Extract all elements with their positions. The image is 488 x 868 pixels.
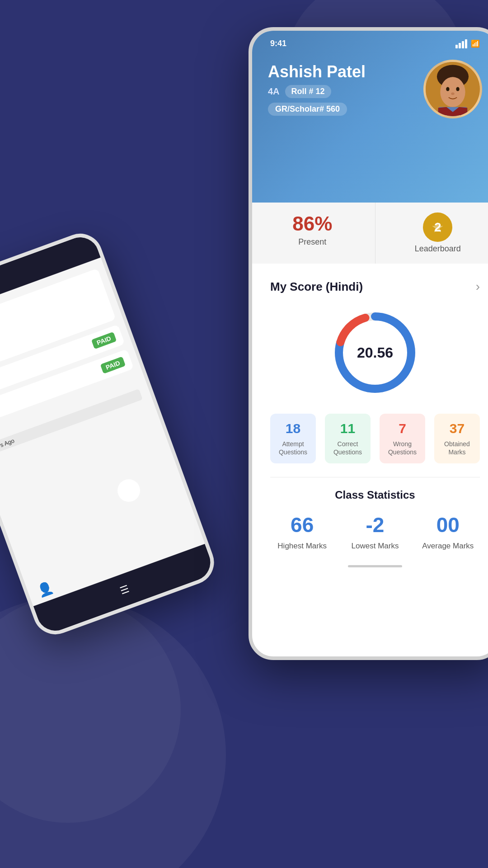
phone-header: 9:41 📶 Ashish Patel 4A Roll # (252, 31, 488, 203)
highest-marks-value: 66 (270, 513, 334, 537)
score-card-header: My Score (Hindi) › (270, 279, 480, 294)
leaderboard-badge: ★ 2 (423, 212, 452, 242)
signal-icon (455, 39, 467, 48)
avatar (423, 60, 482, 118)
donut-center-value: 20.56 (357, 344, 393, 361)
wifi-icon: 📶 (471, 39, 480, 48)
hamburger-icon: ☰ (118, 583, 131, 597)
main-phone: 9:41 📶 Ashish Patel 4A Roll # (249, 27, 488, 660)
present-stat: 86% Present (250, 203, 375, 264)
lowest-marks-value: -2 (343, 513, 407, 537)
present-value: 86% (259, 212, 366, 235)
correct-label: Correct Questions (329, 440, 366, 456)
attempt-number: 18 (275, 421, 311, 436)
svg-point-4 (456, 87, 459, 91)
roll-badge: Roll # 12 (285, 85, 331, 98)
class-stats-title: Class Statistics (270, 489, 480, 501)
average-marks-value: 00 (416, 513, 480, 537)
attempt-questions-box: 18 Attempt Questions (270, 414, 316, 463)
correct-number: 11 (329, 421, 366, 436)
svg-point-5 (451, 92, 454, 95)
lowest-marks-label: Lowest Marks (343, 541, 407, 552)
donut-chart-container: 20.56 (270, 307, 480, 398)
wrong-label: Wrong Questions (384, 440, 421, 456)
svg-point-3 (446, 87, 449, 91)
obtained-marks-box: 37 Obtained Marks (434, 414, 480, 463)
wrong-questions-box: 7 Wrong Questions (380, 414, 425, 463)
bottom-indicator (348, 565, 402, 567)
person-icon: 👤 (35, 580, 55, 599)
average-marks-item: 00 Average Marks (416, 513, 480, 552)
status-icons: 📶 (455, 39, 480, 48)
attempt-label: Attempt Questions (275, 440, 311, 456)
stats-boxes: 18 Attempt Questions 11 Correct Question… (270, 414, 480, 463)
avatar-svg (426, 62, 480, 116)
obtained-number: 37 (439, 421, 475, 436)
leaderboard-label: Leaderboard (385, 244, 488, 254)
white-dot (117, 479, 140, 502)
profile-name: Ashish Patel (268, 62, 423, 81)
correct-questions-box: 11 Correct Questions (325, 414, 371, 463)
obtained-label: Obtained Marks (439, 440, 475, 456)
class-badge: 4A (268, 86, 280, 97)
score-card-title: My Score (Hindi) (270, 280, 363, 294)
svg-point-2 (440, 77, 465, 107)
highest-marks-label: Highest Marks (270, 541, 334, 552)
profile-info: Ashish Patel 4A Roll # 12 GR/Scholar# 56… (268, 62, 423, 116)
divider (270, 477, 480, 477)
lowest-marks-item: -2 Lowest Marks (343, 513, 407, 552)
leaderboard-stat: ★ 2 Leaderboard (375, 203, 488, 264)
class-stats-row: 66 Highest Marks -2 Lowest Marks 00 Aver… (270, 513, 480, 552)
donut-chart: 20.56 (330, 307, 420, 398)
wrong-number: 7 (384, 421, 421, 436)
average-marks-label: Average Marks (416, 541, 480, 552)
gr-badge: GR/Scholar# 560 (268, 103, 347, 116)
leaderboard-rank: 2 (434, 220, 441, 235)
close-button[interactable]: › (476, 279, 480, 294)
highest-marks-item: 66 Highest Marks (270, 513, 334, 552)
score-card: My Score (Hindi) › 20.56 18 Attem (252, 264, 488, 585)
status-bar: 9:41 📶 (268, 31, 482, 55)
left-phone: 5000/- PAID 5000/- PAID 26/5 Days Ago ☰ … (0, 227, 221, 641)
profile-section: Ashish Patel 4A Roll # 12 GR/Scholar# 56… (268, 60, 482, 118)
profile-badges: 4A Roll # 12 (268, 85, 423, 98)
paid-badge-2: PAID (100, 356, 126, 374)
present-label: Present (259, 237, 366, 247)
stats-row: 86% Present ★ 2 Leaderboard (250, 203, 488, 264)
paid-badge-1: PAID (91, 332, 117, 349)
time-display: 9:41 (270, 39, 286, 48)
